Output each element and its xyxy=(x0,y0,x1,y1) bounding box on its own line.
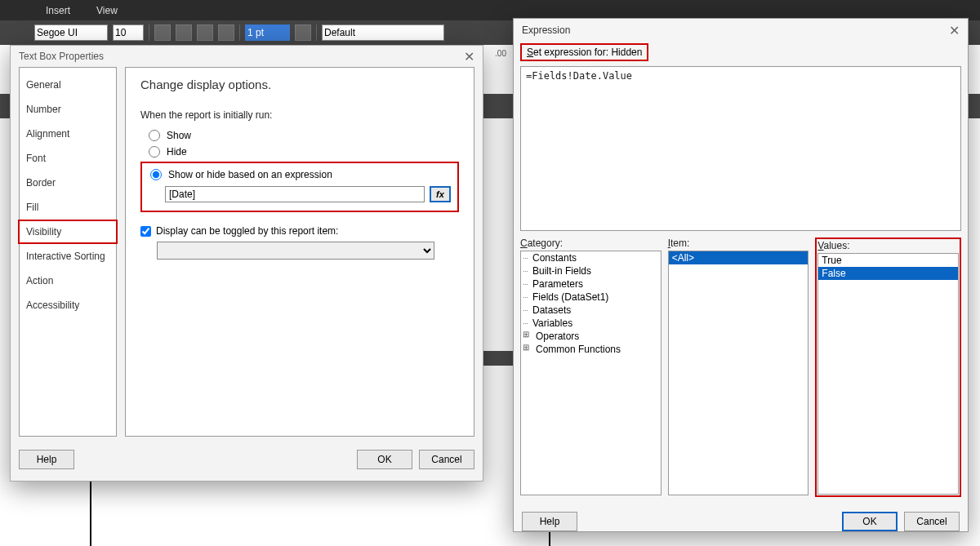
ok-button[interactable]: OK xyxy=(357,450,412,469)
ruler-mark: .00 xyxy=(488,49,513,58)
nav-general[interactable]: General xyxy=(18,73,118,97)
ribbon-tab-view[interactable]: View xyxy=(83,2,131,20)
initial-run-label: When the report is initially run: xyxy=(140,109,459,121)
radio-hide[interactable] xyxy=(149,146,160,158)
annotation-line xyxy=(90,482,91,546)
border-width-combo[interactable] xyxy=(245,24,290,41)
nav-alignment[interactable]: Alignment xyxy=(18,122,118,146)
panel-heading: Change display options. xyxy=(140,78,459,91)
radio-show[interactable] xyxy=(149,130,160,141)
expression-dialog: Expression ✕ Set expression for: Hidden … xyxy=(513,18,969,532)
nav-visibility[interactable]: Visibility xyxy=(18,220,118,244)
indent-decrease-icon[interactable] xyxy=(197,24,213,41)
ribbon-tab-insert[interactable]: Insert xyxy=(33,2,83,20)
textbox-properties-title: Text Box Properties xyxy=(19,51,104,62)
toggle-label: Display can be toggled by this report it… xyxy=(156,225,338,237)
list-item[interactable]: True xyxy=(818,254,958,267)
radio-expression-label: Show or hide based on an expression xyxy=(168,169,332,180)
cancel-button[interactable]: Cancel xyxy=(419,450,474,469)
radio-show-label: Show xyxy=(167,130,191,141)
tree-item[interactable]: Datasets xyxy=(521,304,661,317)
ok-button[interactable]: OK xyxy=(842,512,898,531)
nav-border[interactable]: Border xyxy=(18,171,118,195)
toggle-item-select[interactable] xyxy=(157,242,434,260)
textbox-properties-dialog: Text Box Properties ✕ General Number Ali… xyxy=(10,45,483,482)
expression-code-textarea[interactable]: =Fields!Date.Value xyxy=(520,66,961,231)
nav-accessibility[interactable]: Accessibility xyxy=(18,293,118,317)
tree-item[interactable]: Constants xyxy=(521,251,661,264)
nav-interactive-sorting[interactable]: Interactive Sorting xyxy=(18,244,118,269)
annotation-line xyxy=(549,532,550,546)
design-surface-strip2 xyxy=(482,351,514,366)
font-size-combo[interactable] xyxy=(113,24,144,41)
tree-item[interactable]: Fields (DataSet1) xyxy=(521,291,661,304)
radio-expression[interactable] xyxy=(150,169,162,180)
item-header: Item: xyxy=(668,237,809,249)
close-icon[interactable]: ✕ xyxy=(949,23,960,38)
list-item[interactable]: <All> xyxy=(669,251,808,264)
values-list[interactable]: True False xyxy=(817,253,959,495)
close-icon[interactable]: ✕ xyxy=(464,49,474,64)
category-tree[interactable]: Constants Built-in Fields Parameters Fie… xyxy=(520,251,662,495)
properties-nav: General Number Alignment Font Border Fil… xyxy=(19,67,117,437)
expression-group-highlight: Show or hide based on an expression fx xyxy=(140,162,459,212)
expression-input[interactable] xyxy=(165,186,425,202)
tree-item-expandable[interactable]: Common Functions xyxy=(521,343,661,356)
help-button[interactable]: Help xyxy=(522,512,577,531)
nav-action[interactable]: Action xyxy=(18,269,118,293)
border-style-combo[interactable] xyxy=(322,24,444,41)
fx-button[interactable]: fx xyxy=(430,186,451,202)
expression-dialog-title: Expression xyxy=(522,24,570,36)
tree-item-expandable[interactable]: Operators xyxy=(521,330,661,343)
tree-item[interactable]: Parameters xyxy=(521,277,661,291)
nav-fill[interactable]: Fill xyxy=(18,195,118,220)
nav-number[interactable]: Number xyxy=(18,97,118,122)
border-style-icon[interactable] xyxy=(295,24,311,41)
set-expression-for-label: Set expression for: Hidden xyxy=(520,43,648,61)
radio-hide-label: Hide xyxy=(167,146,187,158)
values-header: Values: xyxy=(817,240,959,251)
toggle-checkbox[interactable] xyxy=(140,226,151,237)
list-item[interactable]: False xyxy=(818,267,958,280)
category-header: Category: xyxy=(520,237,662,249)
align-left-icon[interactable] xyxy=(154,24,171,41)
nav-font[interactable]: Font xyxy=(18,146,118,171)
indent-increase-icon[interactable] xyxy=(218,24,234,41)
font-name-combo[interactable] xyxy=(34,24,108,41)
tree-item[interactable]: Built-in Fields xyxy=(521,264,661,277)
cancel-button[interactable]: Cancel xyxy=(904,512,960,531)
help-button[interactable]: Help xyxy=(19,450,74,469)
visibility-panel: Change display options. When the report … xyxy=(125,67,474,437)
align-center-icon[interactable] xyxy=(176,24,192,41)
tree-item[interactable]: Variables xyxy=(521,317,661,330)
item-list[interactable]: <All> xyxy=(668,251,809,495)
